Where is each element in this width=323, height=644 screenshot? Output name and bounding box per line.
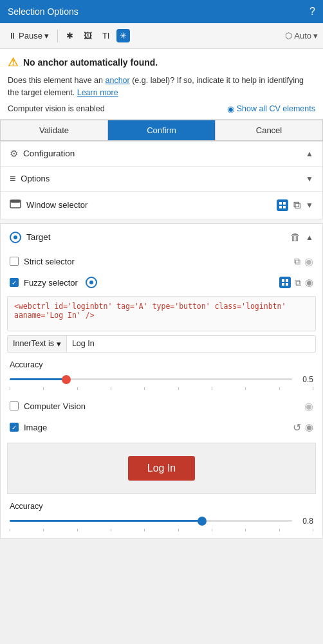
fuzzy-target-icon [86,277,97,288]
fuzzy-accuracy-value: 0.5 [297,375,313,384]
fuzzy-slider-thumb[interactable] [62,375,71,384]
main-content: ⚙ Configuration ▲ ≡ Options ▼ Window sel… [0,141,323,538]
warning-icon: ⚠ [8,55,18,69]
warning-section: ⚠ No anchor automatically found. Does th… [0,49,323,120]
fuzzy-selector-label: Fuzzy selector [24,278,78,288]
img-tick-6 [178,529,179,531]
image-slider-thumb[interactable] [198,517,207,526]
auto-button[interactable]: ⬡ Auto ▾ [285,31,318,41]
image-label: Image [24,423,47,432]
svg-rect-7 [286,279,288,282]
image-refresh-button[interactable]: ↺ [291,420,302,435]
options-row[interactable]: ≡ Options ▼ [1,167,322,191]
action-buttons-row: Validate Confirm Cancel [0,120,323,141]
selector-code-box: <webctrl id='loginbtn' tag='A' type='but… [7,296,316,331]
login-preview-button: Log In [128,456,195,481]
configuration-chevron-up: ▲ [306,149,313,158]
show-cv-button[interactable]: ◉ Show all CV elements [227,104,315,114]
grid-icon[interactable] [277,199,288,211]
fuzzy-accuracy-section: Accuracy 0.5 [1,356,322,396]
warning-title-row: ⚠ No anchor automatically found. [8,55,315,69]
window-selector-label: Window selector [26,200,88,210]
chip-button[interactable]: ✳ [116,29,130,42]
window-copy-button[interactable]: ⧉ [292,198,302,212]
img-tick-9 [279,529,280,531]
target-label-row: Target [10,232,51,243]
cursor-button[interactable]: ✱ [63,29,77,42]
img-tick-5 [144,529,145,531]
target-delete-button[interactable]: 🗑 [289,230,302,244]
pause-button[interactable]: ⏸ Pause ▾ [5,29,52,42]
confirm-button[interactable]: Confirm [108,120,216,140]
fuzzy-accuracy-slider-container: 0.5 [10,373,313,386]
image-button[interactable]: 🖼 [80,29,95,42]
fuzzy-copy-button[interactable]: ⧉ [293,276,302,290]
fuzzy-eye-icon: ◉ [305,277,313,288]
image-slider-ticks [10,529,313,531]
target-header: Target 🗑 ▲ [1,224,322,251]
svg-rect-1 [10,200,21,203]
validate-button[interactable]: Validate [1,120,108,140]
target-icon [10,232,21,243]
window-selector-left: Window selector [10,199,88,210]
target-label: Target [26,232,51,242]
cv-enabled-text: Computer vision is enabled [8,104,105,113]
fuzzy-selector-left: Fuzzy selector [10,277,97,288]
cv-eye-icon: ◉ [304,400,313,412]
configuration-header[interactable]: ⚙ Configuration ▲ [1,142,322,166]
strict-selector-row: Strict selector ⧉ ◉ [1,251,322,272]
fuzzy-selector-checkbox[interactable] [10,278,19,287]
tick-9 [279,387,280,390]
image-slider-fill [10,520,202,522]
learn-more-link[interactable]: Learn more [77,88,118,97]
auto-label: Auto [294,31,311,41]
cv-status-row: Computer vision is enabled ◉ Show all CV… [8,104,315,114]
options-icon: ≡ [10,173,15,185]
fuzzy-grid-icon[interactable] [279,277,291,288]
image-icon: 🖼 [84,31,92,41]
options-left: ≡ Options [10,173,50,185]
img-tick-3 [77,529,78,531]
fuzzy-selector-actions: ⧉ ◉ [279,276,313,290]
image-slider-track[interactable] [10,520,292,522]
target-header-actions: 🗑 ▲ [289,230,313,244]
help-button[interactable]: ? [309,6,315,17]
title-bar: Selection Options ? [0,0,323,23]
innertext-value: Log In [67,336,315,351]
title-bar-title: Selection Options [8,6,78,17]
image-preview: Log In [7,443,316,494]
options-label: Options [21,174,50,183]
innertext-dropdown[interactable]: InnerText is ▾ [8,336,67,352]
text-icon: TI [102,31,110,41]
tick-2 [43,387,44,390]
cv-checkbox[interactable] [10,401,19,410]
image-checkbox[interactable] [10,423,19,432]
strict-eye-icon: ◉ [304,255,313,268]
warning-title-text: No anchor automatically found. [23,57,158,68]
text-button[interactable]: TI [99,29,113,42]
pause-dropdown-icon: ▾ [44,31,49,41]
anchor-link[interactable]: anchor [105,76,129,85]
cancel-button[interactable]: Cancel [216,120,322,140]
window-chevron: ▼ [306,201,313,210]
strict-copy-button[interactable]: ⧉ [293,255,302,268]
auto-icon: ⬡ [285,31,292,41]
img-tick-10 [313,529,313,531]
strict-selector-label: Strict selector [24,257,75,266]
img-tick-8 [245,529,246,531]
configuration-header-left: ⚙ Configuration [10,148,75,160]
tick-3 [77,387,78,390]
image-left: Image [10,423,47,432]
warning-body-part1: Does this element have an [8,76,105,85]
svg-rect-4 [279,206,282,208]
configuration-label: Configuration [23,149,75,158]
image-accuracy-value: 0.8 [297,517,313,526]
tick-10 [313,387,313,390]
cv-left: Computer Vision [10,401,86,411]
chip-icon: ✳ [120,31,127,41]
strict-selector-checkbox[interactable] [10,257,19,266]
fuzzy-slider-track[interactable] [10,378,292,380]
target-section: Target 🗑 ▲ Strict selector ⧉ ◉ Fuzzy sel… [0,223,323,538]
svg-rect-3 [283,202,286,205]
image-accuracy-slider-container: 0.8 [10,515,313,528]
